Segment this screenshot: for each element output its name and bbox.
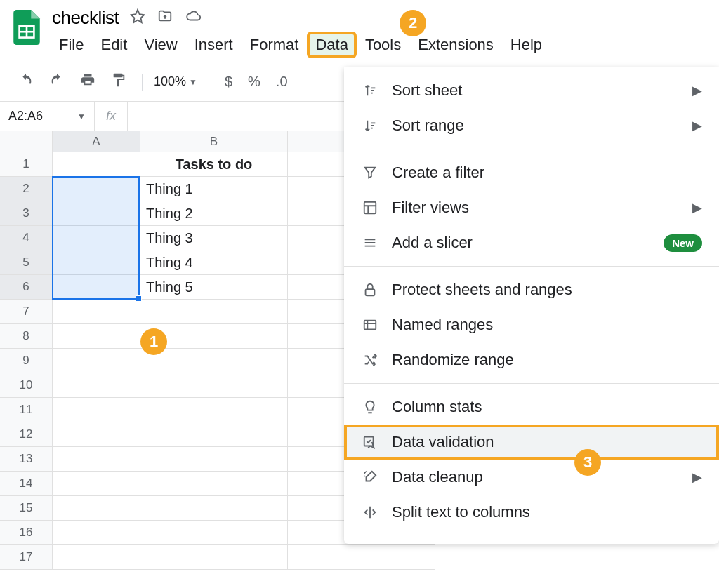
split-icon — [361, 503, 379, 521]
menu-column-stats[interactable]: Column stats — [344, 389, 719, 425]
slicer-icon — [361, 234, 379, 252]
row-header[interactable]: 10 — [0, 373, 53, 398]
task-cell[interactable]: Thing 3 — [140, 226, 288, 250]
menu-protect[interactable]: Protect sheets and ranges — [344, 272, 719, 307]
submenu-arrow-icon: ▶ — [692, 469, 702, 485]
sort-sheet-icon — [361, 81, 379, 100]
menu-sort-sheet[interactable]: Sort sheet ▶ — [344, 73, 719, 108]
menu-named-ranges[interactable]: Named ranges — [344, 307, 719, 342]
zoom-dropdown[interactable]: 100% ▼ — [154, 74, 197, 89]
svg-rect-3 — [364, 202, 376, 214]
menu-format[interactable]: Format — [243, 33, 306, 57]
task-cell[interactable]: Thing 2 — [140, 201, 288, 226]
col-header[interactable]: A — [53, 131, 140, 152]
named-ranges-icon — [361, 316, 379, 334]
row-header[interactable]: 1 — [0, 152, 53, 177]
menu-data-validation[interactable]: Data validation — [344, 425, 719, 460]
submenu-arrow-icon: ▶ — [692, 118, 702, 133]
cloud-icon[interactable] — [185, 7, 203, 29]
sort-range-icon — [361, 116, 379, 135]
menu-extensions[interactable]: Extensions — [411, 33, 501, 57]
validation-icon — [361, 433, 379, 451]
document-title[interactable]: checklist — [52, 7, 119, 29]
menu-create-filter[interactable]: Create a filter — [344, 155, 719, 190]
svg-rect-5 — [364, 321, 376, 330]
filter-icon — [361, 163, 379, 182]
step-badge-2: 2 — [400, 10, 426, 36]
menu-edit[interactable]: Edit — [93, 33, 134, 57]
row-header[interactable]: 3 — [0, 201, 53, 226]
task-cell[interactable]: Thing 4 — [140, 250, 288, 275]
cleanup-icon — [361, 468, 379, 486]
task-cell[interactable]: Thing 5 — [140, 275, 288, 300]
paint-format-icon[interactable] — [107, 69, 131, 94]
row-header[interactable]: 12 — [0, 422, 53, 447]
redo-icon[interactable] — [45, 69, 69, 94]
menu-file[interactable]: File — [52, 33, 91, 57]
star-icon[interactable] — [130, 7, 145, 29]
menu-add-slicer[interactable]: Add a slicer New — [344, 225, 719, 260]
col-header[interactable]: B — [140, 131, 288, 152]
step-badge-1: 1 — [140, 328, 167, 355]
header-bar: checklist File Edit View Insert Format D… — [0, 0, 719, 57]
undo-icon[interactable] — [14, 69, 38, 94]
percent-button[interactable]: % — [244, 71, 265, 93]
row-header[interactable]: 9 — [0, 349, 53, 373]
decimal-button[interactable]: .0 — [272, 71, 292, 93]
header-cell[interactable]: Tasks to do — [140, 152, 288, 177]
menu-view[interactable]: View — [137, 33, 184, 57]
menu-data-cleanup[interactable]: Data cleanup ▶ — [344, 460, 719, 495]
menu-tools[interactable]: Tools — [358, 33, 408, 57]
row-header[interactable]: 7 — [0, 300, 53, 324]
randomize-icon — [361, 351, 379, 369]
move-icon[interactable] — [157, 7, 173, 29]
submenu-arrow-icon: ▶ — [692, 83, 702, 98]
row-header[interactable]: 17 — [0, 545, 53, 570]
sheets-logo[interactable] — [10, 7, 44, 48]
fx-label: fx — [95, 102, 128, 131]
row-header[interactable]: 2 — [0, 177, 53, 201]
new-badge: New — [664, 234, 702, 252]
row-header[interactable]: 16 — [0, 521, 53, 545]
menu-randomize[interactable]: Randomize range — [344, 342, 719, 377]
row-header[interactable]: 6 — [0, 275, 53, 300]
print-icon[interactable] — [76, 69, 100, 94]
menu-insert[interactable]: Insert — [187, 33, 240, 57]
row-header[interactable]: 14 — [0, 472, 53, 496]
row-header[interactable]: 13 — [0, 447, 53, 472]
row-header[interactable]: 8 — [0, 324, 53, 349]
menu-filter-views[interactable]: Filter views ▶ — [344, 190, 719, 225]
menu-sort-range[interactable]: Sort range ▶ — [344, 108, 719, 143]
select-all-corner[interactable] — [0, 131, 53, 152]
lock-icon — [361, 281, 379, 299]
menu-data[interactable]: Data — [308, 33, 355, 57]
currency-button[interactable]: $ — [220, 71, 237, 93]
row-header[interactable]: 4 — [0, 226, 53, 250]
submenu-arrow-icon: ▶ — [692, 200, 702, 215]
row-header[interactable]: 15 — [0, 496, 53, 521]
filter-views-icon — [361, 199, 379, 217]
menu-bar: File Edit View Insert Format Data Tools … — [52, 33, 549, 57]
name-box[interactable]: A2:A6▼ — [0, 102, 95, 131]
step-badge-3: 3 — [574, 449, 601, 476]
data-menu-dropdown: Sort sheet ▶ Sort range ▶ Create a filte… — [344, 67, 719, 544]
task-cell[interactable]: Thing 1 — [140, 177, 288, 201]
lightbulb-icon — [361, 398, 379, 416]
menu-help[interactable]: Help — [503, 33, 549, 57]
row-header[interactable]: 11 — [0, 398, 53, 422]
row-header[interactable]: 5 — [0, 250, 53, 275]
svg-rect-4 — [366, 289, 375, 295]
menu-split-text[interactable]: Split text to columns — [344, 495, 719, 530]
